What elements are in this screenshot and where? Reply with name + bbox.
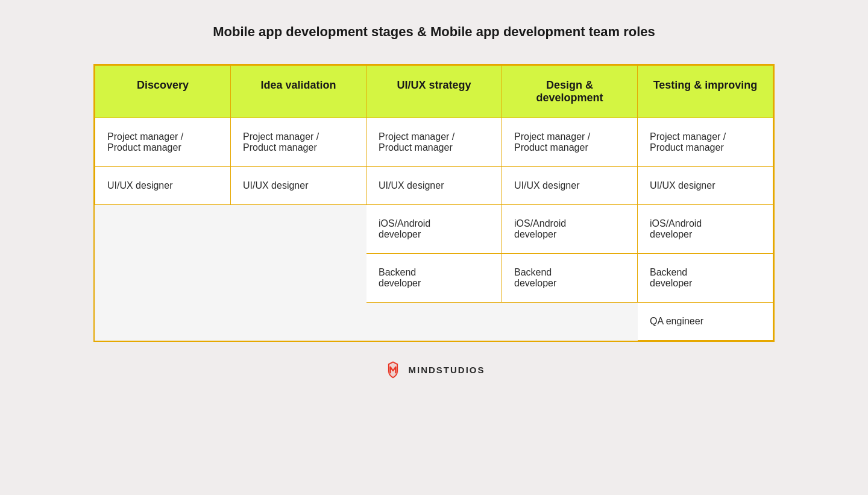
cell-qa-idea: [231, 303, 366, 341]
cell-ios-idea: [231, 205, 366, 254]
header-idea-validation: Idea validation: [231, 66, 366, 118]
cell-uiux-idea: UI/UX designer: [231, 167, 366, 205]
logo-area: MINDSTUDIOS: [383, 360, 485, 379]
mindstudios-logo-icon: [383, 360, 403, 379]
cell-ios-discovery: [95, 205, 231, 254]
cell-qa-discovery: [95, 303, 231, 341]
main-table: Discovery Idea validation UI/UX strategy…: [95, 65, 773, 341]
cell-backend-discovery: [95, 254, 231, 303]
header-design-dev: Design & development: [502, 66, 638, 118]
table-wrapper: Discovery Idea validation UI/UX strategy…: [93, 64, 775, 342]
table-row: UI/UX designer UI/UX designer UI/UX desi…: [95, 167, 773, 205]
page-title: Mobile app development stages & Mobile a…: [213, 24, 655, 40]
cell-uiux-uiux: UI/UX designer: [366, 167, 502, 205]
cell-pm-idea: Project manager /Product manager: [231, 118, 366, 167]
header-row: Discovery Idea validation UI/UX strategy…: [95, 66, 773, 118]
cell-pm-discovery: Project manager /Product manager: [95, 118, 231, 167]
cell-qa-uiux: [366, 303, 502, 341]
header-testing: Testing & improving: [638, 66, 773, 118]
cell-qa-testing: QA engineer: [638, 303, 773, 341]
cell-pm-testing: Project manager /Product manager: [638, 118, 773, 167]
cell-backend-uiux: Backenddeveloper: [366, 254, 502, 303]
cell-ios-testing: iOS/Androiddeveloper: [638, 205, 773, 254]
cell-pm-uiux: Project manager /Product manager: [366, 118, 502, 167]
cell-qa-design: [502, 303, 638, 341]
table-row: Backenddeveloper Backenddeveloper Backen…: [95, 254, 773, 303]
cell-uiux-testing: UI/UX designer: [638, 167, 773, 205]
header-uiux-strategy: UI/UX strategy: [366, 66, 502, 118]
header-discovery: Discovery: [95, 66, 231, 118]
cell-pm-design: Project manager /Product manager: [502, 118, 638, 167]
cell-backend-design: Backenddeveloper: [502, 254, 638, 303]
logo-text: MINDSTUDIOS: [409, 365, 485, 375]
cell-ios-uiux: iOS/Androiddeveloper: [366, 205, 502, 254]
table-row: QA engineer: [95, 303, 773, 341]
cell-ios-design: iOS/Androiddeveloper: [502, 205, 638, 254]
cell-backend-idea: [231, 254, 366, 303]
cell-backend-testing: Backenddeveloper: [638, 254, 773, 303]
page-container: Mobile app development stages & Mobile a…: [0, 0, 868, 495]
cell-uiux-discovery: UI/UX designer: [95, 167, 231, 205]
table-row: iOS/Androiddeveloper iOS/Androiddevelope…: [95, 205, 773, 254]
cell-uiux-design: UI/UX designer: [502, 167, 638, 205]
table-row: Project manager /Product manager Project…: [95, 118, 773, 167]
